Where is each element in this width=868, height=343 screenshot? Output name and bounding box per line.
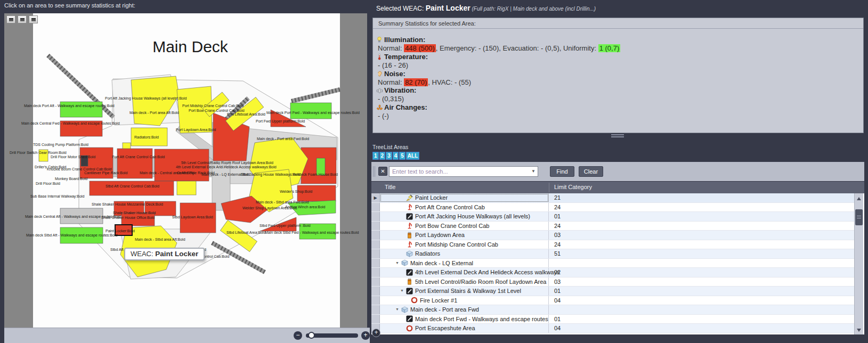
map-area-label: Paint Locker:Bold [106, 229, 135, 233]
table-row[interactable]: Radiators51 [371, 249, 854, 259]
map-area-label: 4th Level External Deck And Helideck Acc… [176, 165, 277, 169]
title-cell[interactable]: 4th Level External Deck And Helideck Acc… [380, 268, 549, 277]
title-cell[interactable]: Port Aft Crane Control Cab [380, 203, 549, 212]
zoom-slider-handle[interactable] [308, 332, 315, 339]
table-row[interactable]: Port Bow Crane Control Cab24 [371, 222, 854, 231]
crane-icon [405, 222, 413, 230]
row-indicator [371, 231, 380, 240]
stat-section-label: Temperature: [384, 53, 428, 61]
summary-statistics-header: Summary Statistics for selected Area: [373, 18, 863, 29]
find-button[interactable]: Find [550, 166, 574, 177]
stat-section-label: Vibration: [384, 86, 416, 95]
title-cell[interactable]: Port Aft Jacking House Walkways (all lev… [380, 212, 549, 221]
expander-icon[interactable]: ▼ [395, 307, 401, 312]
table-row[interactable]: ▼Port External Stairs & Walkway 1st Leve… [371, 287, 854, 296]
map-area[interactable] [297, 185, 336, 201]
map-area-label: Stbd Aft Crane Control Cab:Bold [106, 184, 159, 188]
row-title: Port Laydown Area [415, 232, 465, 238]
map-tool-button-3[interactable] [29, 15, 38, 23]
search-input[interactable] [389, 166, 538, 177]
selected-weac-title: Selected WEAC: Paint Locker (Full path: … [376, 4, 596, 12]
title-cell[interactable]: Port Midship Crane Control Cab [380, 240, 549, 249]
map-area[interactable] [121, 213, 155, 226]
treelist-search-bar: ✕ ▼ Find Clear [371, 162, 864, 181]
search-bar-grip[interactable] [373, 166, 375, 177]
table-row[interactable]: ▼Main deck - LQ External [371, 259, 854, 268]
table-row[interactable]: Port Escapeshute Area04 [371, 324, 854, 333]
title-cell[interactable]: Radiators [380, 249, 549, 258]
map-area[interactable] [177, 181, 196, 195]
table-row[interactable]: Port Laydown Area03 [371, 231, 854, 240]
deck-map-svg[interactable]: Port Aft Jacking House Walkways (all lev… [4, 13, 367, 328]
pager-button-2[interactable]: 2 [379, 152, 386, 160]
pager-button-5[interactable]: 5 [399, 152, 405, 160]
scroll-up-icon[interactable] [857, 197, 861, 200]
layers-icon [20, 18, 25, 21]
table-row[interactable]: Fire Locker #104 [371, 296, 854, 306]
table-row[interactable]: ▶Paint Locker21 [371, 193, 854, 203]
row-limit-category: 51 [549, 249, 854, 258]
zoom-in-button[interactable]: + [361, 331, 370, 340]
table-row[interactable]: Port Aft Crane Control Cab24 [371, 203, 854, 213]
row-limit-category: 24 [549, 203, 854, 212]
pager-button-all[interactable]: ALL [406, 152, 419, 160]
laydown-icon [405, 231, 413, 239]
map-tool-button-2[interactable] [18, 15, 27, 23]
title-cell[interactable]: 5th Level Control/Radio Room Roof Laydow… [380, 277, 549, 287]
title-cell[interactable]: ▼Main deck - Port area Fwd [380, 305, 549, 314]
map-area-label: Shale Shaker House Office:Bold [101, 216, 155, 219]
pager-button-4[interactable]: 4 [393, 152, 399, 160]
map-area-label: Port Bow Crane Control Cab:Bold [189, 109, 245, 112]
title-cell[interactable]: ▼Main deck - LQ External [380, 259, 549, 268]
stat-value-highlight-red: 82 (70) [404, 78, 428, 86]
column-divider[interactable] [549, 183, 549, 192]
table-row[interactable]: 4th Level External Deck And Helideck Acc… [371, 268, 854, 277]
expand-panel-button[interactable]: + [372, 329, 380, 337]
layers-icon [31, 18, 36, 21]
map-tool-button-1[interactable] [6, 15, 15, 23]
column-header-limit-category[interactable]: Limit Category [554, 184, 592, 190]
map-area-label: Drill Floor:Bold [36, 182, 60, 185]
title-cell[interactable]: Port Bow Crane Control Cab [380, 222, 549, 231]
expander-icon[interactable]: ▼ [400, 288, 405, 293]
search-dropdown-icon[interactable]: ▼ [530, 167, 537, 176]
table-row[interactable]: 5th Level Control/Radio Room Roof Laydow… [371, 277, 854, 287]
stat-value-text: - (0,315) [378, 95, 404, 103]
title-cell[interactable]: Paint Locker [380, 193, 549, 202]
vertical-scrollbar[interactable] [854, 193, 863, 334]
column-header-title[interactable]: Title [385, 184, 395, 190]
clear-button[interactable]: Clear [579, 166, 603, 177]
map-area-label: 5th Level Control/Radio Room Roof Laydow… [181, 161, 273, 165]
zoom-out-button[interactable]: − [294, 331, 302, 340]
panel-splitter[interactable] [611, 134, 624, 138]
title-cell[interactable]: ▼Port External Stairs & Walkway 1st Leve… [380, 287, 549, 296]
map-area[interactable] [90, 181, 174, 195]
stat-values: Normal: 448 (500), Emergency: - (150), E… [376, 44, 859, 53]
map-area-label: Stbd Fwd Upper platform :Bold [259, 224, 311, 228]
table-row[interactable]: Main deck Port Fwd - Walkways and escape… [371, 315, 854, 324]
map-area-label: Cantilever Pipe Rack:Bold [84, 171, 127, 175]
expander-icon[interactable]: ▼ [395, 260, 401, 266]
stat-value-text: , HVAC: - (55) [428, 78, 471, 86]
table-row[interactable]: ▼Main deck - Port area Fwd [371, 305, 854, 315]
selected-weac-path: (Full path: RigX | Main deck and above (… [470, 6, 596, 12]
title-cell[interactable]: Port Escapeshute Area [380, 324, 549, 333]
map-area-label: TDS Cooling Pump Platform:Bold [33, 143, 88, 147]
title-cell[interactable]: Fire Locker #1 [380, 296, 549, 305]
pager-button-1[interactable]: 1 [372, 152, 379, 160]
table-row[interactable]: Port Aft Jacking House Walkways (all lev… [371, 212, 854, 222]
clear-search-button[interactable]: ✕ [378, 167, 387, 176]
row-limit-category: 03 [549, 277, 854, 287]
map-area-label: Helideck Foam House:Bold [293, 173, 338, 176]
pager-button-3[interactable]: 3 [386, 152, 392, 160]
scroll-down-icon[interactable] [857, 329, 861, 332]
table-row[interactable]: Port Midship Crane Control Cab24 [371, 240, 854, 250]
deck-map-panel[interactable]: Port Aft Jacking House Walkways (all lev… [4, 13, 367, 328]
row-title: Main deck Port Fwd - Walkways and escape… [415, 316, 548, 322]
cube-icon [401, 259, 408, 267]
title-cell[interactable]: Port Laydown Area [380, 231, 549, 240]
title-cell[interactable]: Main deck Port Fwd - Walkways and escape… [380, 315, 549, 324]
map-area-label: Drill Floor Motor Shed:Bold [51, 155, 95, 159]
row-title: Port Aft Jacking House Walkways (all lev… [415, 213, 530, 219]
scrollbar-thumb[interactable] [855, 209, 863, 225]
